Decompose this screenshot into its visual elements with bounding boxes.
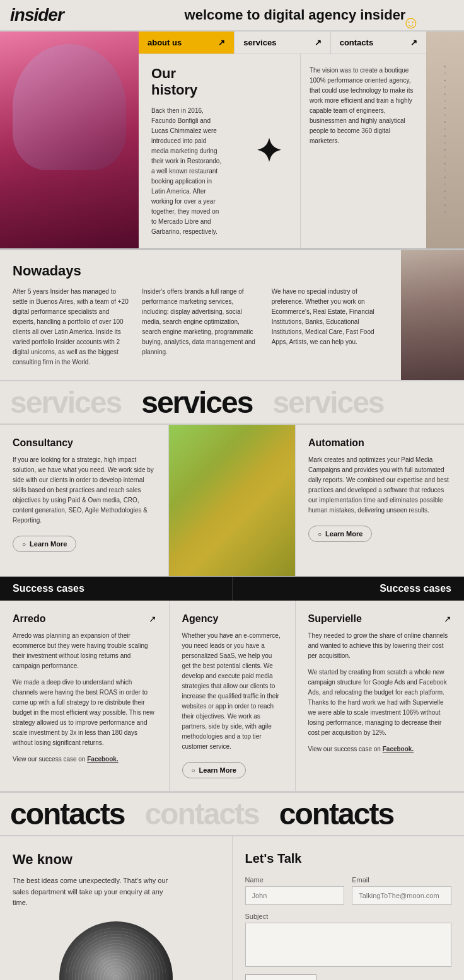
supervielle-facebook-link[interactable]: Facebook. [383, 746, 414, 752]
history-title: Our history [151, 66, 224, 98]
success-cases-label-left: Success cases [13, 583, 84, 594]
we-know-title: We know [13, 851, 219, 868]
arredo-facebook-link[interactable]: Facebook. [87, 756, 118, 763]
submit-button[interactable]: Submit ↗ [245, 974, 316, 980]
consultancy-title: Consultancy [13, 437, 156, 449]
arredo-link: View our success case on Facebook. [13, 756, 156, 763]
arredo-text1: Arredo was planning an expansion of thei… [13, 631, 156, 671]
supervielle-link: View our success case on Facebook. [308, 746, 452, 752]
logo: insider [10, 5, 136, 25]
services-banner-text-light1: services [0, 385, 131, 420]
lets-talk-title: Let's Talk [245, 851, 452, 866]
agency-learn-more-button[interactable]: ○ Learn More [182, 762, 246, 778]
tab-about-us[interactable]: about us ↗ [139, 32, 235, 54]
contacts-banner-text-light2: contacts [269, 797, 403, 831]
success-cases-label-right: Success cases [380, 583, 451, 594]
about-us-arrow: ↗ [218, 38, 225, 47]
star-decoration: ✦ [255, 133, 282, 170]
nowadays-right-image [401, 250, 464, 380]
subject-label: Subject [245, 913, 452, 920]
contacts-banner-text-light1: contacts [134, 797, 269, 831]
supervielle-arrow-icon: ↗ [444, 614, 451, 624]
name-input[interactable] [245, 886, 345, 905]
history-text: Back then in 2016, Facundo Bonfigli and … [151, 106, 224, 237]
name-label: Name [245, 876, 345, 884]
nowadays-col1: After 5 years Insider has managed to set… [13, 287, 129, 367]
barbed-wire-decoration: ▪▫▪▫▪▫▪▫▪▫▪▫▪▫▪▫▪▫▪▫▪▫ [426, 32, 464, 248]
automation-learn-more-button[interactable]: ○ Learn More [308, 526, 372, 542]
tab-services[interactable]: services ↗ [235, 32, 330, 54]
agency-text: Whether you have an e-commerce, you need… [182, 631, 282, 752]
we-know-text: The best ideas come unexpectedly. That's… [13, 875, 177, 909]
nowadays-col3: We have no special industry of preferenc… [272, 287, 388, 367]
services-arrow: ↗ [315, 38, 322, 47]
email-label: Email [352, 876, 451, 884]
history-side-text: The vision was to create a boutique 100%… [310, 67, 414, 144]
nowadays-title: Nowadays [13, 263, 388, 279]
automation-text: Mark creates and optimizes your Paid Med… [308, 455, 451, 516]
arredo-title: Arredo [13, 613, 45, 625]
tab-contacts[interactable]: contacts ↗ [331, 32, 426, 54]
services-banner-text-light2: services [262, 385, 393, 420]
email-input[interactable] [352, 886, 451, 905]
consultancy-text: If you are looking for a strategic, high… [13, 455, 156, 526]
services-banner-text-bold: services [131, 385, 262, 420]
nowadays-col2: Insider's offers brands a full range of … [142, 287, 258, 367]
smiley-icon: ☺ [402, 13, 420, 33]
agency-learn-more-circle-icon: ○ [192, 767, 195, 774]
supervielle-text1: They needed to grow the share of online … [308, 631, 452, 661]
arredo-arrow-icon: ↗ [149, 614, 156, 624]
supervielle-title: Supervielle [308, 613, 362, 625]
subject-input[interactable] [245, 923, 452, 967]
consultancy-learn-more-button[interactable]: ○ Learn More [13, 536, 76, 552]
supervielle-text2: We started by creating from scratch a wh… [308, 667, 452, 738]
services-center-image [169, 425, 295, 576]
automation-title: Automation [308, 437, 451, 449]
contacts-arrow: ↗ [410, 38, 417, 47]
contact-avatar [59, 921, 173, 980]
automation-learn-more-circle-icon: ○ [318, 531, 322, 538]
agency-title: Agency [182, 613, 282, 625]
hero-image [0, 32, 139, 248]
contacts-banner-text-bold: contacts [0, 797, 134, 831]
learn-more-circle-icon: ○ [22, 541, 26, 548]
arredo-text2: We made a deep dive to understand which … [13, 677, 156, 748]
